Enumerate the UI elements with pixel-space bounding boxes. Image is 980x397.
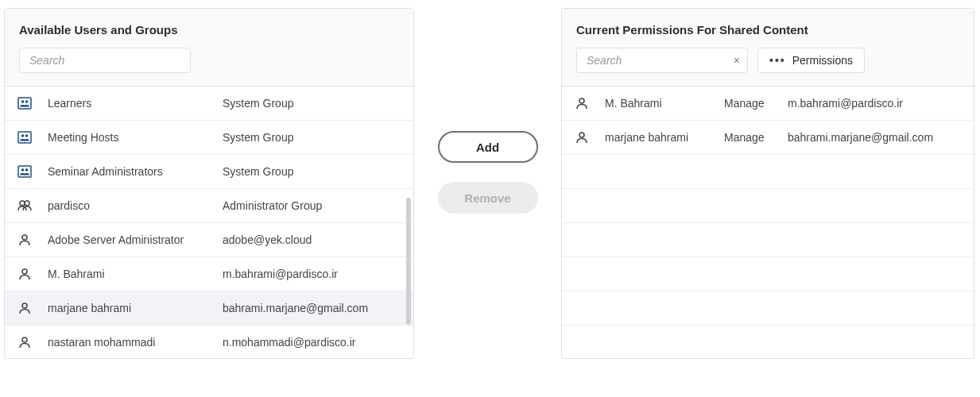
user-icon	[17, 301, 32, 315]
svg-point-11	[22, 235, 27, 240]
row-name: Seminar Administrators	[48, 165, 223, 178]
available-row[interactable]: marjane bahramibahrami.marjane@gmail.com	[5, 291, 413, 326]
svg-rect-0	[18, 98, 31, 109]
row-detail: System Group	[223, 97, 401, 110]
available-row[interactable]: LearnersSystem Group	[5, 87, 413, 121]
left-scrollbar[interactable]	[406, 198, 411, 325]
row-detail: Administrator Group	[223, 199, 401, 212]
empty-row	[562, 291, 974, 326]
row-detail: System Group	[223, 165, 401, 178]
available-row[interactable]: M. Bahramim.bahrami@pardisco.ir	[5, 257, 413, 291]
row-name: marjane bahrami	[48, 302, 223, 314]
left-panel-header: Available Users and Groups	[5, 9, 413, 87]
current-permissions-panel: Current Permissions For Shared Content ×…	[561, 8, 974, 359]
svg-point-9	[20, 201, 25, 206]
svg-point-16	[579, 133, 584, 137]
available-users-panel: Available Users and Groups LearnersSyste…	[4, 8, 414, 359]
row-name: nastaran mohammadi	[48, 336, 223, 349]
right-list: M. BahramiManagem.bahrami@pardisco.irmar…	[562, 87, 974, 358]
row-name: pardisco	[48, 199, 223, 212]
row-name: marjane bahrami	[605, 131, 724, 144]
row-name: Learners	[48, 97, 223, 110]
permission-row[interactable]: M. BahramiManagem.bahrami@pardisco.ir	[562, 87, 974, 121]
row-email: bahrami.marjane@gmail.com	[788, 131, 961, 144]
available-row[interactable]: nastaran mohammadin.mohammadi@pardisco.i…	[5, 326, 413, 358]
row-detail: adobe@yek.cloud	[223, 233, 401, 246]
available-row[interactable]: Meeting HostsSystem Group	[5, 121, 413, 155]
row-permission: Manage	[724, 131, 788, 144]
right-panel-header: Current Permissions For Shared Content ×…	[562, 9, 974, 87]
available-row[interactable]: Adobe Server Administratoradobe@yek.clou…	[5, 223, 413, 257]
empty-row	[562, 155, 974, 189]
svg-point-5	[25, 134, 29, 137]
permission-row[interactable]: marjane bahramiManagebahrami.marjane@gma…	[562, 121, 974, 155]
svg-rect-6	[18, 166, 31, 177]
row-detail: System Group	[223, 131, 401, 144]
svg-point-13	[22, 303, 27, 308]
svg-point-15	[579, 98, 584, 103]
row-detail: bahrami.marjane@gmail.com	[223, 302, 401, 314]
available-row[interactable]: pardiscoAdministrator Group	[5, 189, 413, 223]
svg-point-4	[21, 134, 25, 137]
svg-point-7	[21, 168, 25, 172]
permissions-button[interactable]: ••• Permissions	[757, 48, 865, 73]
user-icon	[17, 335, 32, 349]
group-icon	[17, 96, 32, 110]
right-panel-title: Current Permissions For Shared Content	[576, 23, 959, 37]
add-button[interactable]: Add	[438, 131, 538, 163]
left-panel-title: Available Users and Groups	[19, 23, 399, 37]
svg-point-14	[22, 337, 27, 342]
right-search-input[interactable]	[576, 48, 748, 73]
user-icon	[575, 96, 589, 110]
available-row[interactable]: Seminar AdministratorsSystem Group	[5, 155, 413, 189]
user-icon	[575, 130, 589, 145]
left-list: LearnersSystem GroupMeeting HostsSystem …	[5, 87, 413, 358]
group-icon	[17, 130, 32, 145]
row-name: Adobe Server Administrator	[48, 233, 223, 246]
user-icon	[17, 267, 32, 281]
empty-row	[562, 257, 974, 291]
row-email: m.bahrami@pardisco.ir	[788, 97, 961, 110]
svg-rect-3	[18, 132, 31, 143]
row-name: M. Bahrami	[605, 97, 724, 110]
remove-button: Remove	[438, 182, 538, 214]
usergroup-icon	[17, 198, 32, 213]
group-icon	[17, 164, 32, 179]
clear-search-icon[interactable]: ×	[734, 54, 740, 67]
left-search-input[interactable]	[19, 48, 191, 73]
middle-actions: Add Remove	[414, 8, 561, 214]
row-permission: Manage	[724, 97, 788, 110]
svg-point-2	[25, 100, 29, 103]
row-detail: m.bahrami@pardisco.ir	[223, 268, 401, 280]
empty-row	[562, 189, 974, 223]
svg-point-10	[25, 201, 29, 206]
user-icon	[17, 233, 32, 247]
svg-point-12	[22, 269, 27, 274]
svg-point-1	[21, 100, 25, 103]
empty-row	[562, 223, 974, 257]
row-name: M. Bahrami	[48, 268, 223, 280]
dots-icon: •••	[769, 54, 786, 67]
row-name: Meeting Hosts	[48, 131, 223, 144]
permissions-button-label: Permissions	[792, 54, 853, 67]
svg-point-8	[25, 168, 29, 172]
row-detail: n.mohammadi@pardisco.ir	[223, 336, 401, 349]
